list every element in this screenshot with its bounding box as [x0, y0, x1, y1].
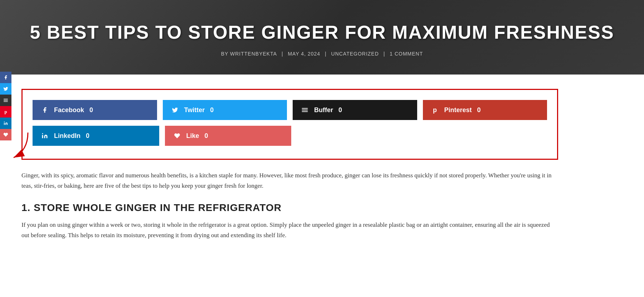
linkedin-icon	[40, 131, 50, 141]
buffer-icon	[300, 105, 310, 115]
sidebar-facebook-btn[interactable]	[0, 72, 11, 83]
facebook-share-button[interactable]: Facebook 0	[33, 100, 157, 120]
sidebar-linkedin-btn[interactable]	[0, 118, 11, 129]
category-label: UNCATEGORIZED	[331, 51, 379, 57]
sidebar-pinterest-btn[interactable]: p	[0, 106, 11, 118]
share-row-2: LinkedIn 0 Like 0	[33, 126, 547, 146]
linkedin-label: LinkedIn 0	[54, 132, 89, 140]
meta-sep2: |	[325, 51, 327, 57]
linkedin-share-button[interactable]: LinkedIn 0	[33, 126, 159, 146]
sidebar-twitter-btn[interactable]	[0, 83, 11, 95]
author-label: BY WRITTENBYEKTA	[221, 51, 277, 57]
svg-point-0	[4, 121, 5, 122]
comments-count: 1 COMMENT	[390, 51, 423, 57]
svg-point-5	[42, 133, 43, 134]
pinterest-label: Pinterest 0	[444, 106, 481, 114]
buffer-label: Buffer 0	[314, 106, 342, 114]
like-icon	[172, 131, 182, 141]
section1-body: If you plan on using ginger within a wee…	[21, 220, 558, 241]
share-box: Facebook 0 Twitter 0 Buffer 0 p Pinteres…	[21, 89, 558, 160]
red-arrow	[10, 129, 31, 165]
facebook-label: Facebook 0	[54, 106, 93, 114]
hero-meta: BY WRITTENBYEKTA | MAY 4, 2024 | UNCATEG…	[7, 51, 637, 57]
twitter-label: Twitter 0	[184, 106, 214, 114]
sidebar-buffer-btn[interactable]	[0, 95, 11, 106]
main-content: Facebook 0 Twitter 0 Buffer 0 p Pinteres…	[0, 75, 644, 255]
twitter-share-button[interactable]: Twitter 0	[163, 100, 287, 120]
twitter-icon	[170, 105, 180, 115]
share-row-1: Facebook 0 Twitter 0 Buffer 0 p Pinteres…	[33, 100, 547, 120]
pinterest-icon: p	[430, 105, 440, 115]
article-intro: Ginger, with its spicy, aromatic flavor …	[21, 171, 558, 191]
buffer-share-button[interactable]: Buffer 0	[293, 100, 417, 120]
meta-sep3: |	[384, 51, 385, 57]
publish-date: MAY 4, 2024	[288, 51, 320, 57]
section1-heading: 1. STORE WHOLE GINGER IN THE REFRIGERATO…	[21, 202, 601, 214]
like-label: Like 0	[186, 132, 208, 140]
like-share-button[interactable]: Like 0	[165, 126, 292, 146]
hero-section: 5 BEST TIPS TO STORE GINGER FOR MAXIMUM …	[0, 0, 644, 75]
facebook-icon	[40, 105, 50, 115]
pinterest-share-button[interactable]: p Pinterest 0	[423, 100, 547, 120]
page-title: 5 BEST TIPS TO STORE GINGER FOR MAXIMUM …	[7, 21, 637, 43]
meta-sep1: |	[282, 51, 283, 57]
